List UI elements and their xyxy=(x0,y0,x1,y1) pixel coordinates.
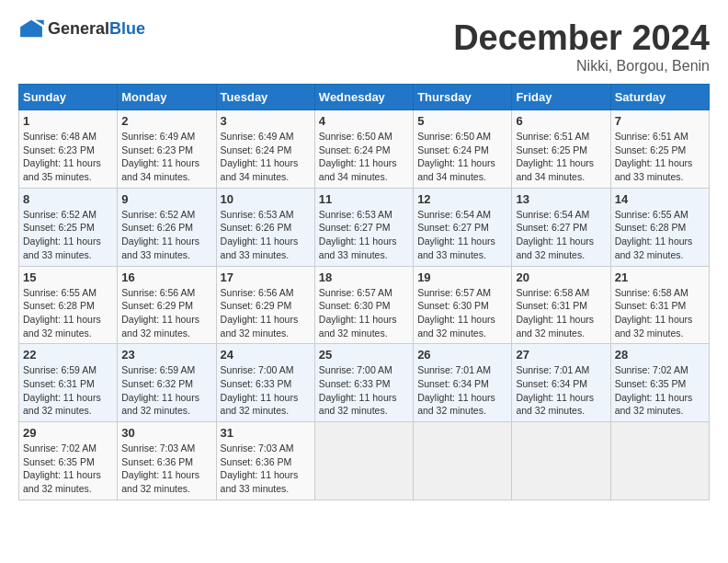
day-number: 9 xyxy=(121,192,211,206)
header-tuesday: Tuesday xyxy=(216,85,314,110)
list-item: 7Sunrise: 6:51 AM Sunset: 6:25 PM Daylig… xyxy=(610,110,709,189)
day-number: 5 xyxy=(417,114,507,128)
title-area: December 2024 Nikki, Borgou, Benin xyxy=(453,18,710,75)
list-item: 2Sunrise: 6:49 AM Sunset: 6:23 PM Daylig… xyxy=(118,110,216,189)
list-item: 20Sunrise: 6:58 AM Sunset: 6:31 PM Dayli… xyxy=(512,266,610,344)
list-item: 9Sunrise: 6:52 AM Sunset: 6:26 PM Daylig… xyxy=(118,188,216,266)
list-item: 23Sunrise: 6:59 AM Sunset: 6:32 PM Dayli… xyxy=(118,344,216,422)
day-number: 10 xyxy=(221,192,311,206)
logo-text: GeneralBlue xyxy=(48,19,145,39)
day-info: Sunrise: 6:55 AM Sunset: 6:28 PM Dayligh… xyxy=(615,208,705,262)
day-number: 16 xyxy=(121,270,211,284)
list-item: 11Sunrise: 6:53 AM Sunset: 6:27 PM Dayli… xyxy=(314,188,413,266)
header-monday: Monday xyxy=(118,85,216,110)
day-info: Sunrise: 6:48 AM Sunset: 6:23 PM Dayligh… xyxy=(23,130,113,184)
list-item xyxy=(610,422,709,500)
day-info: Sunrise: 6:50 AM Sunset: 6:24 PM Dayligh… xyxy=(417,130,507,184)
list-item: 10Sunrise: 6:53 AM Sunset: 6:26 PM Dayli… xyxy=(216,188,314,266)
day-info: Sunrise: 6:52 AM Sunset: 6:26 PM Dayligh… xyxy=(121,208,211,262)
calendar-header-row: Sunday Monday Tuesday Wednesday Thursday… xyxy=(19,85,710,110)
day-number: 20 xyxy=(516,270,606,284)
list-item: 16Sunrise: 6:56 AM Sunset: 6:29 PM Dayli… xyxy=(118,266,216,344)
day-info: Sunrise: 6:53 AM Sunset: 6:27 PM Dayligh… xyxy=(319,208,409,262)
header-sunday: Sunday xyxy=(19,85,118,110)
day-number: 29 xyxy=(23,426,113,440)
day-info: Sunrise: 6:53 AM Sunset: 6:26 PM Dayligh… xyxy=(221,208,311,262)
day-info: Sunrise: 7:03 AM Sunset: 6:36 PM Dayligh… xyxy=(121,442,211,496)
table-row: 22Sunrise: 6:59 AM Sunset: 6:31 PM Dayli… xyxy=(19,344,710,422)
svg-marker-0 xyxy=(20,20,42,37)
day-number: 30 xyxy=(121,426,211,440)
day-number: 28 xyxy=(615,348,705,362)
list-item: 4Sunrise: 6:50 AM Sunset: 6:24 PM Daylig… xyxy=(314,110,413,189)
list-item: 24Sunrise: 7:00 AM Sunset: 6:33 PM Dayli… xyxy=(216,344,314,422)
calendar-table: Sunday Monday Tuesday Wednesday Thursday… xyxy=(18,84,710,500)
day-number: 8 xyxy=(23,192,113,206)
list-item: 22Sunrise: 6:59 AM Sunset: 6:31 PM Dayli… xyxy=(19,344,118,422)
table-row: 1Sunrise: 6:48 AM Sunset: 6:23 PM Daylig… xyxy=(19,110,710,189)
day-info: Sunrise: 7:00 AM Sunset: 6:33 PM Dayligh… xyxy=(319,363,409,418)
day-number: 11 xyxy=(319,192,409,206)
day-info: Sunrise: 7:01 AM Sunset: 6:34 PM Dayligh… xyxy=(417,363,507,418)
header-thursday: Thursday xyxy=(414,85,512,110)
day-info: Sunrise: 6:59 AM Sunset: 6:32 PM Dayligh… xyxy=(121,363,211,418)
list-item: 30Sunrise: 7:03 AM Sunset: 6:36 PM Dayli… xyxy=(118,422,216,500)
calendar-title: December 2024 xyxy=(453,18,710,58)
list-item xyxy=(414,422,512,500)
day-number: 6 xyxy=(516,114,606,128)
day-number: 23 xyxy=(121,348,211,362)
day-info: Sunrise: 6:49 AM Sunset: 6:23 PM Dayligh… xyxy=(121,130,211,184)
day-info: Sunrise: 7:00 AM Sunset: 6:33 PM Dayligh… xyxy=(221,363,311,418)
calendar-subtitle: Nikki, Borgou, Benin xyxy=(453,58,710,75)
day-info: Sunrise: 6:49 AM Sunset: 6:24 PM Dayligh… xyxy=(221,130,311,184)
day-number: 13 xyxy=(516,192,606,206)
logo: GeneralBlue xyxy=(18,18,145,39)
table-row: 15Sunrise: 6:55 AM Sunset: 6:28 PM Dayli… xyxy=(19,266,710,344)
day-info: Sunrise: 6:50 AM Sunset: 6:24 PM Dayligh… xyxy=(319,130,409,184)
day-number: 24 xyxy=(221,348,311,362)
list-item: 8Sunrise: 6:52 AM Sunset: 6:25 PM Daylig… xyxy=(19,188,118,266)
day-number: 26 xyxy=(417,348,507,362)
day-number: 1 xyxy=(23,114,113,128)
list-item: 31Sunrise: 7:03 AM Sunset: 6:36 PM Dayli… xyxy=(216,422,314,500)
day-number: 12 xyxy=(417,192,507,206)
list-item: 17Sunrise: 6:56 AM Sunset: 6:29 PM Dayli… xyxy=(216,266,314,344)
day-number: 22 xyxy=(23,348,113,362)
day-number: 18 xyxy=(319,270,409,284)
list-item: 29Sunrise: 7:02 AM Sunset: 6:35 PM Dayli… xyxy=(19,422,118,500)
day-info: Sunrise: 6:56 AM Sunset: 6:29 PM Dayligh… xyxy=(121,286,211,340)
list-item: 13Sunrise: 6:54 AM Sunset: 6:27 PM Dayli… xyxy=(512,188,610,266)
day-info: Sunrise: 6:51 AM Sunset: 6:25 PM Dayligh… xyxy=(516,130,606,184)
list-item: 21Sunrise: 6:58 AM Sunset: 6:31 PM Dayli… xyxy=(610,266,709,344)
list-item xyxy=(512,422,610,500)
day-number: 4 xyxy=(319,114,409,128)
header-saturday: Saturday xyxy=(610,85,709,110)
day-number: 17 xyxy=(221,270,311,284)
day-info: Sunrise: 6:59 AM Sunset: 6:31 PM Dayligh… xyxy=(23,363,113,418)
list-item: 19Sunrise: 6:57 AM Sunset: 6:30 PM Dayli… xyxy=(414,266,512,344)
day-info: Sunrise: 6:52 AM Sunset: 6:25 PM Dayligh… xyxy=(23,208,113,262)
day-info: Sunrise: 6:51 AM Sunset: 6:25 PM Dayligh… xyxy=(615,130,705,184)
day-info: Sunrise: 6:55 AM Sunset: 6:28 PM Dayligh… xyxy=(23,286,113,340)
day-info: Sunrise: 6:58 AM Sunset: 6:31 PM Dayligh… xyxy=(516,286,606,340)
day-number: 25 xyxy=(319,348,409,362)
day-info: Sunrise: 7:03 AM Sunset: 6:36 PM Dayligh… xyxy=(221,442,311,496)
header-friday: Friday xyxy=(512,85,610,110)
day-info: Sunrise: 6:58 AM Sunset: 6:31 PM Dayligh… xyxy=(615,286,705,340)
table-row: 29Sunrise: 7:02 AM Sunset: 6:35 PM Dayli… xyxy=(19,422,710,500)
logo-blue: Blue xyxy=(109,19,145,38)
day-number: 7 xyxy=(615,114,705,128)
list-item: 1Sunrise: 6:48 AM Sunset: 6:23 PM Daylig… xyxy=(19,110,118,189)
list-item: 18Sunrise: 6:57 AM Sunset: 6:30 PM Dayli… xyxy=(314,266,413,344)
list-item: 5Sunrise: 6:50 AM Sunset: 6:24 PM Daylig… xyxy=(414,110,512,189)
list-item: 14Sunrise: 6:55 AM Sunset: 6:28 PM Dayli… xyxy=(610,188,709,266)
day-info: Sunrise: 6:54 AM Sunset: 6:27 PM Dayligh… xyxy=(417,208,507,262)
list-item xyxy=(314,422,413,500)
day-number: 14 xyxy=(615,192,705,206)
logo-icon xyxy=(18,18,44,39)
list-item: 28Sunrise: 7:02 AM Sunset: 6:35 PM Dayli… xyxy=(610,344,709,422)
list-item: 12Sunrise: 6:54 AM Sunset: 6:27 PM Dayli… xyxy=(414,188,512,266)
list-item: 26Sunrise: 7:01 AM Sunset: 6:34 PM Dayli… xyxy=(414,344,512,422)
day-number: 21 xyxy=(615,270,705,284)
list-item: 3Sunrise: 6:49 AM Sunset: 6:24 PM Daylig… xyxy=(216,110,314,189)
